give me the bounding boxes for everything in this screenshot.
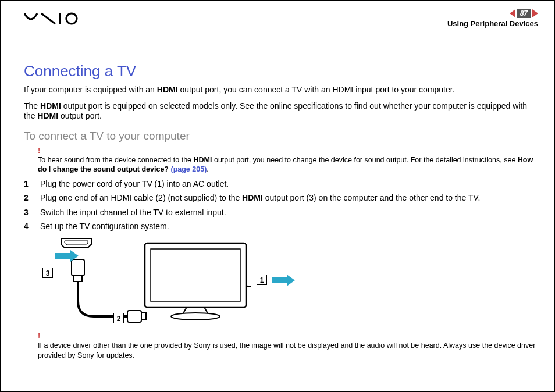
content: Connecting a TV If your computer is equi… [24,62,538,360]
svg-rect-7 [151,249,240,301]
step-item: Switch the input channel of the TV to ex… [24,207,538,218]
text-bold: HDMI [37,111,58,120]
callout-1: 1 [257,275,267,285]
section-label: Using Peripheral Devices [447,19,538,28]
step-item: Plug one end of an HDMI cable (2) (not s… [24,193,538,203]
arrow-icon [272,275,295,286]
intro-para-1: If your computer is equipped with an HDM… [24,85,538,95]
svg-rect-4 [127,311,141,322]
text: Switch the input channel of the TV to ex… [40,208,226,217]
text: Set up the TV configuration system. [40,222,169,231]
svg-rect-3 [74,276,82,281]
text: output port, you can connect a TV with a… [178,85,455,94]
svg-point-1 [66,13,77,24]
svg-rect-0 [59,13,61,24]
text-bold: HDMI [157,85,178,94]
step-item: Set up the TV configuration system. [24,221,538,231]
page-ref-link[interactable]: (page 205) [170,165,207,173]
text: The [24,101,40,111]
callout-2: 2 [113,313,124,323]
hdmi-cable-icon [59,259,152,323]
text-bold: HDMI [40,101,61,111]
vaio-logo [24,12,80,27]
text: If your computer is equipped with an [24,85,157,94]
page-header: 87 Using Peripheral Devices [24,8,538,31]
arrow-icon [55,250,79,262]
page-title: Connecting a TV [24,62,538,80]
text: Plug one end of an HDMI cable (2) (not s… [40,193,242,202]
text: Plug the power cord of your TV (1) into … [40,179,229,188]
connection-diagram: 3 2 1 [41,236,286,329]
note-device-driver: ! If a device driver other than the one … [38,332,538,360]
subheading: To connect a TV to your computer [24,130,538,142]
svg-point-8 [171,313,220,320]
note-sound-output: ! To hear sound from the device connecte… [38,146,538,174]
next-page-arrow-icon[interactable] [532,9,538,17]
tv-icon [140,240,251,321]
text-bold: HDMI [194,156,212,164]
step-item: Plug the power cord of your TV (1) into … [24,179,538,189]
text: output port. [58,111,102,120]
text: To hear sound from the device connected … [38,156,194,164]
hdmi-port-icon [59,236,94,250]
text-bold: HDMI [242,193,263,202]
page-nav: 87 [510,9,538,18]
prev-page-arrow-icon[interactable] [510,9,515,17]
callout-3: 3 [42,268,53,278]
intro-para-2: The HDMI output port is equipped on sele… [24,101,538,122]
text: output port, you need to change the devi… [212,156,517,164]
svg-rect-2 [72,259,84,276]
warning-icon: ! [38,332,538,341]
text: . [207,165,208,173]
warning-icon: ! [38,146,538,155]
text: If a device driver other than the one pr… [38,341,535,359]
text: output port (3) on the computer and the … [263,193,481,202]
page: 87 Using Peripheral Devices Connecting a… [0,0,555,392]
steps-list: Plug the power cord of your TV (1) into … [24,179,538,231]
page-number: 87 [517,9,531,18]
